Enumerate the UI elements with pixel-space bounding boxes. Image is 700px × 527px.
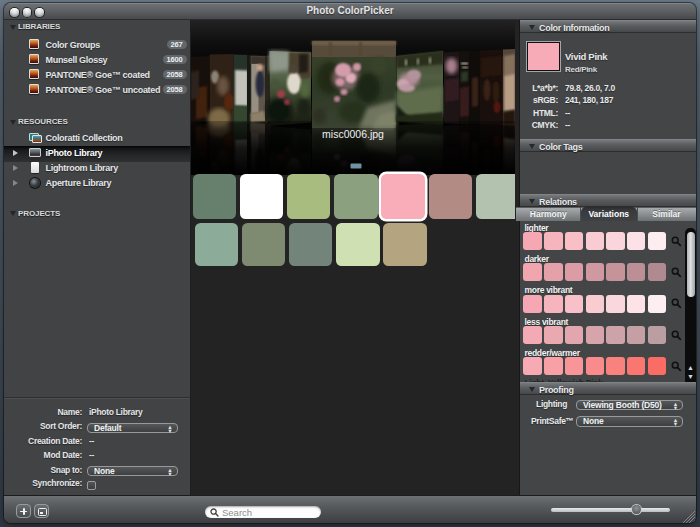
svg-text:misc0006.jpg: misc0006.jpg: [322, 128, 384, 140]
